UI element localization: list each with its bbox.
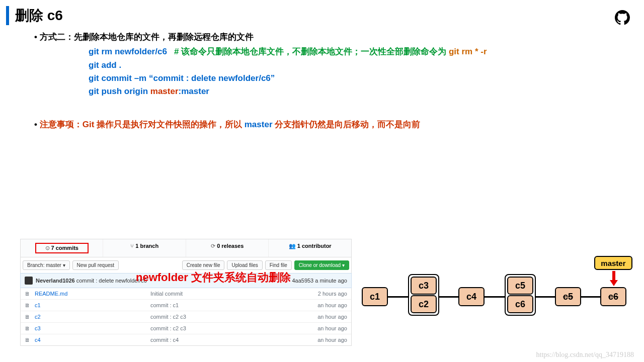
file-row[interactable]: 🗎c4commit : c4an hour ago bbox=[21, 334, 351, 345]
new-pr-button[interactable]: New pull request bbox=[72, 260, 119, 270]
node-c4: c4 bbox=[458, 287, 485, 306]
file-row[interactable]: 🗎README.mdInitial commit2 hours ago bbox=[21, 288, 351, 299]
file-icon: 🗎 bbox=[25, 314, 32, 320]
upload-files-button[interactable]: Upload files bbox=[227, 260, 262, 270]
method2-label: 方式二：先删除本地仓库的文件，再删除远程仓库的文件 bbox=[34, 31, 644, 43]
master-tag: master bbox=[594, 256, 632, 270]
arrow-down-icon bbox=[610, 271, 618, 286]
node-c6-strike: c6 bbox=[600, 287, 626, 306]
file-row[interactable]: 🗎c1commit : c1an hour ago bbox=[21, 299, 351, 311]
stat-commits[interactable]: ⊙ 7 commits bbox=[21, 239, 103, 257]
node-c1: c1 bbox=[362, 287, 388, 306]
cmd-add: git add . bbox=[89, 60, 644, 70]
node-pair-c5c6: c5c6 bbox=[505, 274, 536, 316]
github-icon bbox=[615, 10, 630, 27]
node-c5-strike: c5 bbox=[555, 287, 581, 306]
page-title: 删除 c6 bbox=[15, 6, 63, 25]
node-pair-c3c2: c3c2 bbox=[408, 274, 439, 316]
avatar-icon bbox=[25, 277, 33, 285]
cmd-rm: git rm newfolder/c6 # 该命令只删除本地仓库文件，不删除本地… bbox=[89, 46, 644, 57]
stat-contributors[interactable]: 👥 1 contributor bbox=[269, 239, 351, 257]
title-accent bbox=[6, 6, 9, 25]
file-icon: 🗎 bbox=[25, 302, 32, 308]
file-icon: 🗎 bbox=[25, 337, 32, 343]
cmd-commit: git commit –m “commit : delete newfolder… bbox=[89, 73, 644, 83]
find-file-button[interactable]: Find file bbox=[265, 260, 292, 270]
cmd-push: git push origin master:master bbox=[89, 86, 644, 97]
file-icon: 🗎 bbox=[25, 325, 32, 331]
stat-branches[interactable]: ⑂ 1 branch bbox=[103, 239, 186, 257]
clone-button[interactable]: Clone or download ▾ bbox=[294, 260, 349, 270]
watermark: https://blog.csdn.net/qq_34719188 bbox=[536, 351, 634, 359]
commit-graph: c1 c3c2 c4 c5c6 c5 c6 master bbox=[362, 259, 638, 329]
file-row[interactable]: 🗎c2commit : c2 c3an hour ago bbox=[21, 311, 351, 322]
create-file-button[interactable]: Create new file bbox=[182, 260, 225, 270]
github-screenshot: ⊙ 7 commits ⑂ 1 branch ⟳ 0 releases 👥 1 … bbox=[20, 239, 352, 346]
file-icon: 🗎 bbox=[25, 291, 32, 297]
file-row[interactable]: 🗎c3commit : c2 c3an hour ago bbox=[21, 322, 351, 334]
stat-releases[interactable]: ⟳ 0 releases bbox=[186, 239, 269, 257]
branch-selector[interactable]: Branch: master ▾ bbox=[23, 260, 70, 270]
overlay-annotation: newfolder 文件夹系统自动删除 bbox=[136, 270, 291, 285]
note-line: • 注意事项：Git 操作只是执行对文件快照的操作，所以 master 分支指针… bbox=[34, 119, 644, 130]
